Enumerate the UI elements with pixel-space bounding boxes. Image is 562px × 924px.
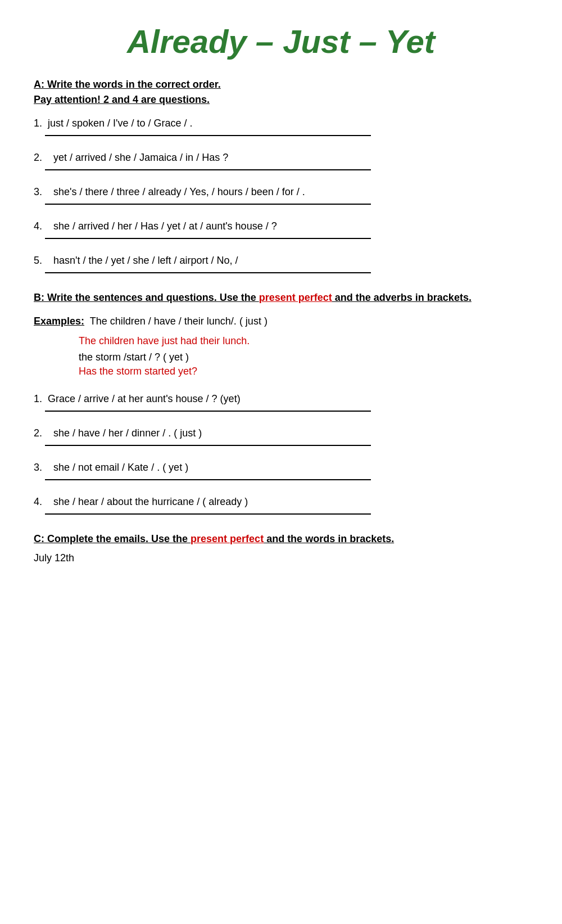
section-a-item-5-answer-line	[45, 272, 371, 273]
section-b-item-3: 3. she / not email / Kate / . ( yet )	[34, 462, 528, 480]
section-b-instruction: B: Write the sentences and questions. Us…	[34, 290, 528, 305]
section-b-item-2-text: 2. she / have / her / dinner / . ( just …	[34, 427, 528, 439]
section-b-item-4: 4. she / hear / about the hurricane / ( …	[34, 496, 528, 515]
section-b-item-4-text: 4. she / hear / about the hurricane / ( …	[34, 496, 528, 508]
example-1-prompt: The children / have / their lunch/. ( ju…	[90, 315, 268, 327]
section-a-item-3-text: 3. she's / there / three / already / Yes…	[34, 186, 528, 198]
section-a-item-4-answer-line	[45, 238, 371, 239]
section-b-instruction-text1: B: Write the sentences and questions. Us…	[34, 292, 259, 303]
section-c: C: Complete the emails. Use the present …	[34, 531, 528, 564]
example-2-prompt: the storm /start / ? ( yet )	[79, 351, 528, 363]
section-a-item-2-answer-line	[45, 169, 371, 170]
section-a-item-2-text: 2. yet / arrived / she / Jamaica / in / …	[34, 152, 528, 164]
section-c-instruction-text1: C: Complete the emails. Use the	[34, 533, 191, 544]
page-title: Already – Just – Yet	[34, 22, 528, 60]
section-a-item-4: 4. she / arrived / her / Has / yet / at …	[34, 220, 528, 239]
examples-block: Examples: The children / have / their lu…	[34, 315, 528, 377]
section-a-item-1-text: 1. just / spoken / I've / to / Grace / .	[34, 118, 528, 129]
section-a-item-4-text: 4. she / arrived / her / Has / yet / at …	[34, 220, 528, 232]
section-a-item-5: 5. hasn't / the / yet / she / left / air…	[34, 255, 528, 273]
section-a-item-1: 1. just / spoken / I've / to / Grace / .	[34, 118, 528, 136]
example-1-prompt-line: Examples: The children / have / their lu…	[34, 315, 528, 327]
example-2-answer: Has the storm started yet?	[79, 366, 528, 377]
section-b-item-4-answer-line	[45, 513, 371, 515]
section-a-instruction: A: Write the words in the correct order.…	[34, 77, 528, 107]
examples-label: Examples:	[34, 315, 84, 327]
example-1-answer: The children have just had their lunch.	[79, 335, 528, 347]
section-a-item-2: 2. yet / arrived / she / Jamaica / in / …	[34, 152, 528, 170]
section-b-item-2-answer-line	[45, 445, 371, 446]
section-c-highlight: present perfect	[191, 533, 264, 544]
section-b-item-1-text: 1. Grace / arrive / at her aunt's house …	[34, 393, 528, 405]
section-b-item-1-answer-line	[45, 411, 371, 412]
section-b-item-3-answer-line	[45, 479, 371, 480]
section-a: A: Write the words in the correct order.…	[34, 77, 528, 273]
section-a-item-5-text: 5. hasn't / the / yet / she / left / air…	[34, 255, 528, 267]
section-a-instruction-line2: Pay attention! 2 and 4 are questions.	[34, 92, 528, 107]
section-a-item-3: 3. she's / there / three / already / Yes…	[34, 186, 528, 205]
section-a-item-3-answer-line	[45, 204, 371, 205]
section-c-instruction: C: Complete the emails. Use the present …	[34, 531, 528, 547]
section-b-item-2: 2. she / have / her / dinner / . ( just …	[34, 427, 528, 446]
section-b-instruction-text2: and the adverbs in brackets.	[332, 292, 472, 303]
section-a-item-1-answer-line	[45, 135, 371, 136]
section-b-item-3-text: 3. she / not email / Kate / . ( yet )	[34, 462, 528, 474]
section-a-instruction-line1: A: Write the words in the correct order.	[34, 77, 528, 92]
section-c-instruction-text2: and the words in brackets.	[264, 533, 394, 544]
section-b-highlight: present perfect	[259, 292, 332, 303]
section-b-item-1: 1. Grace / arrive / at her aunt's house …	[34, 393, 528, 412]
july-date: July 12th	[34, 552, 528, 564]
section-b: B: Write the sentences and questions. Us…	[34, 290, 528, 515]
